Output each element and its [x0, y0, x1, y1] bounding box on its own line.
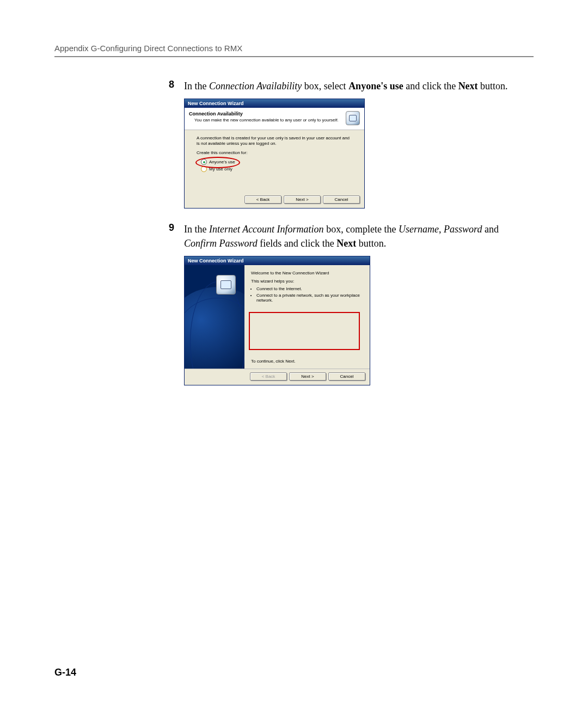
radio-anyones-use[interactable]: Anyone's use — [201, 159, 352, 165]
text-bold: Next — [458, 81, 478, 91]
text-italic: Internet Account Information — [209, 224, 324, 235]
text: In the — [184, 81, 209, 91]
text-italic: Password — [444, 224, 482, 235]
dialog-heading: Welcome to the New Connection Wizard — [251, 271, 364, 276]
text: button. — [478, 81, 508, 91]
cancel-button[interactable]: Cancel — [323, 195, 360, 204]
bullet-item: Connect to the Internet. — [256, 286, 364, 291]
back-button[interactable]: < Back — [244, 195, 281, 204]
dialog-body: A connection that is created for your us… — [185, 130, 364, 192]
dialog-titlebar: New Connection Wizard — [185, 256, 370, 265]
text-italic: Connection Availability — [209, 81, 302, 91]
radio-label: My use only — [209, 167, 232, 171]
dialog-titlebar: New Connection Wizard — [185, 99, 364, 108]
text-italic: Username — [399, 224, 439, 235]
dialog-buttons: < BackNext >Cancel — [185, 192, 364, 208]
text-italic: Confirm Password — [184, 238, 258, 249]
dialog-main: Welcome to the New Connection Wizard Thi… — [244, 265, 370, 369]
screenshot-welcome-wizard: New Connection Wizard Welcome to the New… — [184, 256, 534, 385]
next-button[interactable]: Next > — [284, 195, 321, 204]
content-column: 8 In the Connection Availability box, se… — [158, 79, 534, 385]
highlight-box — [249, 312, 360, 350]
header-rule — [54, 56, 534, 57]
next-button[interactable]: Next > — [289, 372, 326, 381]
bullet-list: Connect to the Internet. Connect to a pr… — [251, 286, 364, 303]
bullet-item: Connect to a private network, such as yo… — [256, 293, 364, 303]
continue-text: To continue, click Next. — [251, 359, 296, 364]
dialog-buttons: < BackNext >Cancel — [185, 369, 370, 385]
wizard-sidebar — [185, 265, 244, 369]
create-label: Create this connection for: — [197, 150, 352, 156]
text: , — [439, 224, 444, 235]
radio-my-use-only[interactable]: My use only — [201, 166, 352, 172]
dialog-window: New Connection Wizard Welcome to the New… — [184, 256, 370, 385]
text: and click the — [403, 81, 458, 91]
step-number: 8 — [158, 79, 184, 90]
text-bold: Anyone's use — [348, 81, 403, 91]
running-header: Appendix G-Configuring Direct Connection… — [54, 44, 534, 53]
text-bold: Next — [336, 238, 356, 249]
text: button. — [356, 238, 386, 249]
dialog-window: New Connection Wizard Connection Availab… — [184, 99, 365, 209]
radio-label: Anyone's use — [209, 160, 235, 164]
screenshot-connection-availability: New Connection Wizard Connection Availab… — [184, 99, 534, 209]
step-8: 8 In the Connection Availability box, se… — [158, 79, 534, 93]
dialog-header: Connection Availability You can make the… — [185, 108, 364, 130]
document-page: Appendix G-Configuring Direct Connection… — [0, 0, 588, 711]
back-button: < Back — [250, 372, 287, 381]
text: fields and click the — [258, 238, 336, 249]
wizard-icon — [346, 111, 360, 125]
text: box, complete the — [324, 224, 399, 235]
wizard-icon — [216, 275, 236, 295]
dialog-subheading: You can make the new connection availabl… — [189, 118, 346, 122]
globe-graphic — [185, 287, 244, 369]
step-body: In the Internet Account Information box,… — [184, 222, 534, 250]
text: and — [482, 224, 499, 235]
radio-selected-icon — [201, 159, 207, 165]
text: In the — [184, 224, 209, 235]
dialog-heading: Connection Availability — [189, 111, 346, 117]
dialog-text: A connection that is created for your us… — [197, 136, 352, 147]
step-9: 9 In the Internet Account Information bo… — [158, 222, 534, 250]
radio-unselected-icon — [201, 166, 207, 172]
step-number: 9 — [158, 222, 184, 234]
dialog-text: This wizard helps you: — [251, 279, 364, 284]
page-number: G-14 — [54, 667, 76, 678]
step-body: In the Connection Availability box, sele… — [184, 79, 534, 93]
cancel-button[interactable]: Cancel — [328, 372, 365, 381]
text: box, select — [302, 81, 348, 91]
